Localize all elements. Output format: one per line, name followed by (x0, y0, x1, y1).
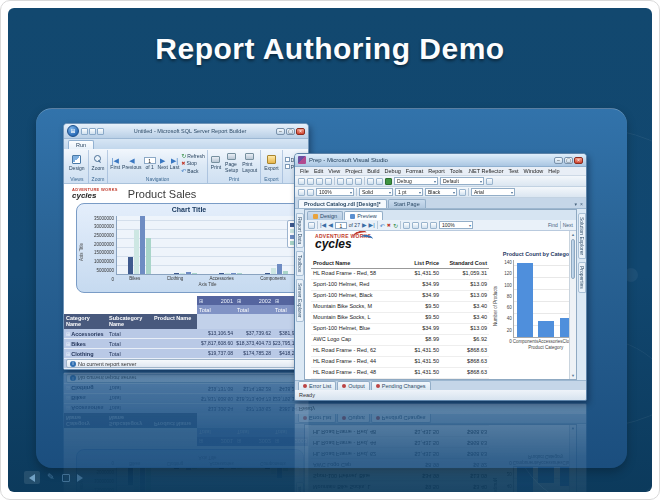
first-button[interactable]: |◀ First (110, 157, 120, 170)
category-cell[interactable]: ⊞Accessories (64, 329, 107, 339)
expand-icon[interactable]: ⊞ (66, 351, 70, 357)
tool-window-tab[interactable]: Solution Explorer (578, 213, 586, 259)
menu-item[interactable]: Tools (450, 168, 463, 174)
undo-icon[interactable] (367, 178, 374, 185)
start-debug-icon[interactable] (385, 178, 392, 185)
scrollbar-thumb[interactable] (571, 239, 575, 279)
minimize-button[interactable]: – (554, 157, 563, 164)
column-header[interactable]: Category Name (64, 314, 107, 329)
document-map-icon[interactable] (308, 222, 315, 229)
find-button[interactable]: Find (548, 222, 558, 228)
tool-window-tab[interactable]: Properties (578, 262, 586, 293)
maximize-button[interactable]: ▢ (564, 157, 573, 164)
scroll-up-icon[interactable]: ▲ (570, 231, 576, 238)
menu-item[interactable]: View (328, 168, 340, 174)
qat-save-icon[interactable] (81, 128, 88, 135)
qat-redo-icon[interactable] (97, 128, 104, 135)
tab-preview[interactable]: Preview (344, 211, 383, 220)
tool-window-tab[interactable]: Report Data (296, 213, 304, 248)
menu-item[interactable]: Format (406, 168, 423, 174)
tab-design[interactable]: Design (307, 211, 343, 220)
last-page-icon[interactable]: ▶| (369, 222, 375, 228)
border-color-dropdown[interactable]: Black▾ (425, 188, 457, 196)
preview-zoom-dropdown[interactable]: 100%▾ (439, 221, 473, 229)
border-picker-icon[interactable] (459, 189, 466, 196)
save-all-icon[interactable] (325, 178, 332, 185)
next-page-icon[interactable]: ▶ (362, 222, 367, 228)
refresh-button[interactable]: ↻ Refresh (181, 152, 205, 159)
tool-window-tab[interactable]: Toolbox (296, 251, 304, 276)
menu-item[interactable]: Window (524, 168, 544, 174)
pen-tool-button[interactable]: ✎ (47, 473, 55, 482)
platform-dropdown[interactable]: Default▾ (440, 177, 484, 185)
menu-item[interactable]: Report (428, 168, 445, 174)
menu-item[interactable]: File (300, 168, 309, 174)
configuration-dropdown[interactable]: Debug▾ (394, 177, 438, 185)
doc-dropdown-icon[interactable]: ▾ (575, 201, 578, 207)
print-layout-icon[interactable] (412, 222, 419, 229)
expand-icon[interactable]: ⊞ (275, 298, 279, 304)
doc-close-icon[interactable]: × (580, 201, 583, 207)
border-style-dropdown[interactable]: Solid▾ (359, 188, 393, 196)
page-number-input[interactable]: 1 (335, 222, 347, 229)
copy-icon[interactable] (346, 178, 353, 185)
expand-icon[interactable]: ⊞ (199, 298, 203, 304)
bottom-panel-tab[interactable]: Error List (298, 381, 336, 390)
scroll-down-icon[interactable]: ▼ (570, 372, 576, 379)
stop-button[interactable]: ✖ Stop (181, 160, 205, 166)
page-setup-button[interactable]: Page Setup (224, 152, 239, 174)
menu-item[interactable]: Build (367, 168, 379, 174)
tab-start-page[interactable]: Start Page (388, 199, 426, 208)
find-next-button[interactable]: Next (563, 222, 573, 228)
next-slide-button[interactable] (77, 474, 83, 482)
page-setup-icon[interactable] (421, 222, 428, 229)
menu-item[interactable]: Edit (314, 168, 323, 174)
minimize-button[interactable]: – (276, 128, 285, 135)
tool-window-tab[interactable]: Server Explorer (296, 279, 304, 322)
cut-icon[interactable] (337, 178, 344, 185)
office-orb-button[interactable]: ⊞ (67, 125, 79, 137)
refresh-icon[interactable]: ↻ (393, 222, 398, 229)
paste-icon[interactable] (355, 178, 362, 185)
vertical-scrollbar[interactable]: ▲ ▼ (569, 231, 576, 379)
tab-run[interactable]: Run (68, 140, 94, 149)
bottom-panel-tab[interactable]: Pending Changes (371, 381, 431, 390)
menu-item[interactable]: Test (509, 168, 519, 174)
back-button[interactable]: ↶ Back (181, 167, 205, 174)
find-icon[interactable] (486, 178, 493, 185)
menu-item[interactable]: Project (345, 168, 362, 174)
slide-menu-button[interactable] (62, 474, 70, 482)
expand-icon[interactable]: ⊞ (66, 341, 70, 347)
next-button[interactable]: ▶ Next (158, 157, 168, 170)
year-column-header[interactable]: ⊞2002 (235, 296, 273, 305)
print-icon[interactable] (403, 222, 410, 229)
layout-icon[interactable] (298, 189, 305, 196)
year-column-header[interactable]: ⊞2001 (197, 296, 235, 305)
expand-icon[interactable]: ⊞ (237, 298, 241, 304)
redo-icon[interactable] (376, 178, 383, 185)
last-button[interactable]: ▶| Last (170, 157, 179, 170)
zoom-button[interactable]: Zoom (91, 154, 106, 172)
column-header[interactable]: Subcategory Name (107, 314, 152, 329)
grid-icon[interactable] (307, 189, 314, 196)
border-width-dropdown[interactable]: 1 pt▾ (395, 188, 423, 196)
export-icon[interactable] (430, 222, 437, 229)
bottom-panel-tab[interactable]: Output (337, 381, 370, 390)
menu-item[interactable]: .NET Reflector (468, 168, 504, 174)
open-file-icon[interactable] (307, 178, 314, 185)
expand-icon[interactable]: ⊞ (66, 331, 70, 337)
qat-undo-icon[interactable] (89, 128, 96, 135)
previous-page-icon[interactable]: ◀ (328, 222, 333, 228)
previous-button[interactable]: ◀ Previous (122, 157, 141, 170)
back-icon[interactable]: ↶ (380, 222, 385, 229)
print-button[interactable]: Print (210, 155, 222, 171)
menu-item[interactable]: Help (548, 168, 559, 174)
first-page-icon[interactable]: |◀ (320, 222, 326, 228)
zoom-dropdown[interactable]: 100%▾ (316, 188, 354, 196)
close-button[interactable]: × (574, 157, 583, 164)
vs-titlebar[interactable]: Prep - Microsoft Visual Studio – ▢ × (295, 154, 586, 167)
page-number-input[interactable]: 1 (144, 157, 156, 164)
font-dropdown[interactable]: Arial▾ (471, 188, 515, 196)
stop-icon[interactable]: ✖ (387, 222, 391, 228)
category-cell[interactable]: ⊞Bikes (64, 339, 107, 349)
